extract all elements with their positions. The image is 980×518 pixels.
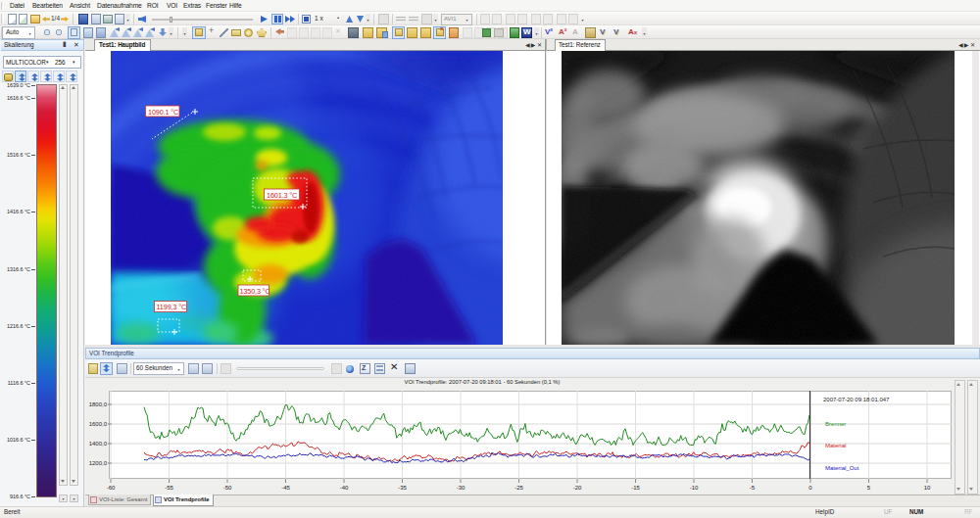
svg-text:5: 5 bbox=[867, 485, 871, 491]
svg-text:1090.1 °C: 1090.1 °C bbox=[148, 108, 178, 117]
svg-text:1600,0: 1600,0 bbox=[89, 421, 108, 427]
svg-text:-25: -25 bbox=[514, 485, 523, 491]
svg-text:-55: -55 bbox=[165, 485, 173, 491]
svg-text:1400,0: 1400,0 bbox=[89, 441, 108, 447]
svg-text:10: 10 bbox=[924, 485, 931, 491]
svg-text:1350,3 °C: 1350,3 °C bbox=[240, 287, 270, 296]
svg-text:1200,0: 1200,0 bbox=[89, 460, 108, 466]
svg-text:-30: -30 bbox=[457, 485, 466, 491]
svg-text:-50: -50 bbox=[223, 485, 232, 491]
svg-text:2007-07-20 09:18:01.047: 2007-07-20 09:18:01.047 bbox=[823, 397, 890, 402]
svg-text:-35: -35 bbox=[398, 485, 407, 491]
svg-text:Brenner: Brenner bbox=[825, 421, 846, 427]
svg-text:0: 0 bbox=[808, 485, 812, 491]
svg-text:1199,3 °C: 1199,3 °C bbox=[157, 303, 187, 311]
svg-text:1800,0: 1800,0 bbox=[89, 401, 108, 407]
svg-text:-40: -40 bbox=[340, 485, 349, 491]
svg-text:-20: -20 bbox=[573, 485, 582, 491]
svg-text:-15: -15 bbox=[631, 485, 640, 491]
svg-text:Material: Material bbox=[825, 443, 846, 448]
svg-text:-45: -45 bbox=[281, 485, 290, 491]
svg-text:Material_Out: Material_Out bbox=[825, 465, 859, 471]
svg-text:-10: -10 bbox=[690, 485, 699, 491]
svg-text:1601.3 °C: 1601.3 °C bbox=[267, 191, 297, 200]
svg-text:-5: -5 bbox=[750, 485, 756, 491]
svg-text:-60: -60 bbox=[107, 485, 116, 491]
